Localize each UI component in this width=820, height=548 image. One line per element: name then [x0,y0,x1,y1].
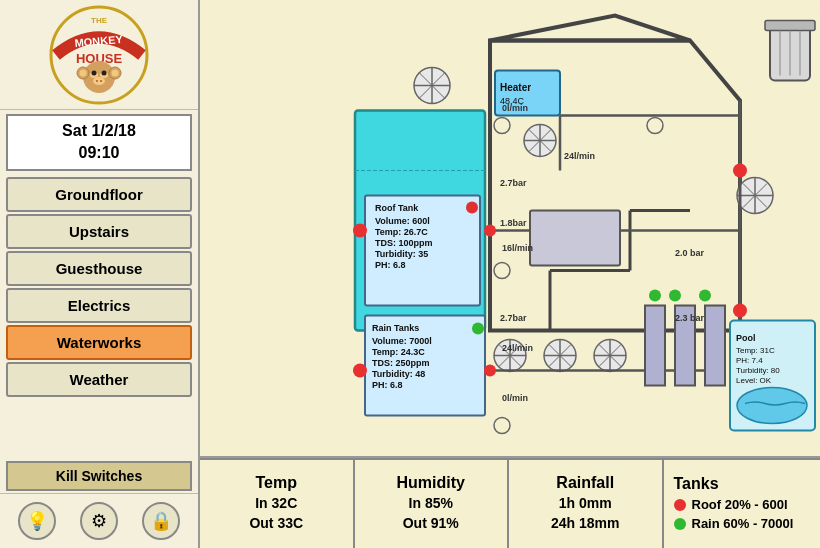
svg-text:Turbidity: 48: Turbidity: 48 [372,369,425,379]
temp-status: Temp In 32C Out 33C [200,460,355,548]
svg-text:TDS: 100ppm: TDS: 100ppm [375,238,433,248]
svg-point-114 [733,164,747,178]
svg-point-113 [484,365,496,377]
nav-groundfloor[interactable]: Groundfloor [6,177,192,212]
svg-point-8 [102,70,107,75]
nav-waterworks[interactable]: Waterworks [6,325,192,360]
svg-point-112 [353,364,367,378]
svg-rect-84 [645,306,665,386]
svg-point-118 [699,290,711,302]
svg-point-11 [100,80,102,82]
svg-point-15 [112,69,119,76]
svg-text:Volume: 7000l: Volume: 7000l [372,336,432,346]
svg-text:Rain Tanks: Rain Tanks [372,323,419,333]
humidity-status: Humidity In 85% Out 91% [355,460,510,548]
humidity-label: Humidity [397,474,465,492]
svg-point-32 [466,202,478,214]
main-content: Roof Tank Volume: 600l Temp: 26.7C TDS: … [200,0,820,548]
tanks-label: Tanks [674,475,719,493]
svg-text:Temp: 26.7C: Temp: 26.7C [375,227,428,237]
sidebar-icons: 💡 ⚙ 🔒 [0,493,198,548]
roof-tank-row: Roof 20% - 600l [674,497,788,512]
svg-text:TDS: 250ppm: TDS: 250ppm [372,358,430,368]
datetime-display: Sat 1/2/18 09:10 [6,114,192,171]
lock-icon[interactable]: 🔒 [142,502,180,540]
svg-text:24l/min: 24l/min [564,151,595,161]
svg-text:Heater: Heater [500,82,531,93]
temp-label: Temp [256,474,297,492]
svg-text:Pool: Pool [736,333,756,343]
svg-text:2.3 bar: 2.3 bar [675,313,705,323]
svg-point-111 [353,224,367,238]
rain-indicator [674,518,686,530]
svg-text:Temp: 31C: Temp: 31C [736,346,775,355]
svg-rect-87 [530,211,620,266]
svg-text:2.7bar: 2.7bar [500,178,527,188]
svg-text:0l/min: 0l/min [502,103,528,113]
svg-point-110 [484,225,496,237]
svg-text:THE: THE [91,16,108,25]
svg-text:PH: 6.8: PH: 6.8 [372,380,403,390]
sidebar-bottom: Kill Switches 💡 ⚙ 🔒 [0,459,198,548]
temp-value: In 32C Out 33C [249,494,303,533]
svg-text:2.7bar: 2.7bar [500,313,527,323]
svg-point-115 [733,304,747,318]
nav-weather[interactable]: Weather [6,362,192,397]
nav-guesthouse[interactable]: Guesthouse [6,251,192,286]
svg-point-10 [96,80,98,82]
rainfall-value: 1h 0mm 24h 18mm [551,494,619,533]
svg-text:Roof Tank: Roof Tank [375,203,419,213]
rainfall-label: Rainfall [556,474,614,492]
rain-tank-value: Rain 60% - 7000l [692,516,794,531]
svg-text:Temp: 24.3C: Temp: 24.3C [372,347,425,357]
nav-menu: Groundfloor Upstairs Guesthouse Electric… [0,175,198,459]
svg-text:PH: 7.4: PH: 7.4 [736,356,763,365]
svg-text:2.0 bar: 2.0 bar [675,248,705,258]
settings-icon[interactable]: ⚙ [80,502,118,540]
rainfall-status: Rainfall 1h 0mm 24h 18mm [509,460,664,548]
svg-point-40 [472,323,484,335]
svg-text:16l/min: 16l/min [502,243,533,253]
svg-text:Level: OK: Level: OK [736,376,772,385]
svg-text:Turbidity: 80: Turbidity: 80 [736,366,780,375]
svg-text:Turbidity: 35: Turbidity: 35 [375,249,428,259]
svg-text:24l/min: 24l/min [502,343,533,353]
svg-rect-96 [765,21,815,31]
time-label: 09:10 [16,142,182,164]
humidity-value: In 85% Out 91% [403,494,459,533]
status-bar: Temp In 32C Out 33C Humidity In 85% Out … [200,458,820,548]
roof-tank-value: Roof 20% - 600l [692,497,788,512]
roof-indicator [674,499,686,511]
logo-area: THE MONKEY HOUSE [0,0,198,110]
svg-text:PH: 6.8: PH: 6.8 [375,260,406,270]
svg-point-117 [669,290,681,302]
sidebar: THE MONKEY HOUSE Sat 1/2/18 09:10 Grou [0,0,200,548]
svg-text:1.8bar: 1.8bar [500,218,527,228]
svg-point-14 [80,69,87,76]
svg-rect-86 [705,306,725,386]
nav-electrics[interactable]: Electrics [6,288,192,323]
waterworks-svg: Roof Tank Volume: 600l Temp: 26.7C TDS: … [200,0,820,456]
svg-point-116 [649,290,661,302]
kill-switches-button[interactable]: Kill Switches [6,461,192,491]
tanks-status: Tanks Roof 20% - 600l Rain 60% - 7000l [664,460,821,548]
svg-text:Volume: 600l: Volume: 600l [375,216,430,226]
svg-point-7 [92,70,97,75]
svg-point-9 [93,77,105,85]
svg-text:0l/min: 0l/min [502,393,528,403]
monkey-house-logo: THE MONKEY HOUSE [34,5,164,105]
light-icon[interactable]: 💡 [18,502,56,540]
rain-tank-row: Rain 60% - 7000l [674,516,794,531]
waterworks-diagram: Roof Tank Volume: 600l Temp: 26.7C TDS: … [200,0,820,458]
nav-upstairs[interactable]: Upstairs [6,214,192,249]
date-label: Sat 1/2/18 [16,120,182,142]
